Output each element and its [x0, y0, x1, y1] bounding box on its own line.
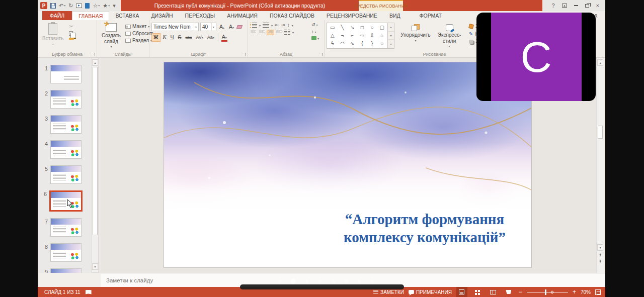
shape-icon[interactable]: {: [361, 41, 363, 46]
next-slide-button[interactable]: ▾▾: [597, 258, 603, 264]
main-scrollbar[interactable]: ▴ ▾ ▴▴ ▾▾: [596, 58, 604, 273]
align-left-button[interactable]: [250, 30, 257, 35]
shapes-scroll-down[interactable]: ▾: [388, 32, 394, 40]
favorite2-dropdown-icon[interactable]: ▾: [108, 4, 110, 7]
tab-insert[interactable]: ВСТАВКА: [109, 11, 145, 20]
slide-thumbnail-5[interactable]: [50, 165, 82, 184]
help-button[interactable]: ?: [551, 3, 554, 9]
tab-design[interactable]: ДИЗАЙН: [145, 11, 179, 20]
previous-slide-button[interactable]: ▴▴: [597, 252, 603, 258]
align-right-button[interactable]: [267, 30, 274, 35]
shape-icon[interactable]: △: [331, 33, 335, 38]
quick-styles-dropdown-icon[interactable]: ▾: [448, 45, 450, 48]
shape-icon[interactable]: }: [371, 41, 373, 46]
progress-dot[interactable]: [332, 280, 335, 283]
fit-to-window-button[interactable]: [595, 289, 601, 295]
shape-icon[interactable]: ⌂: [380, 33, 383, 38]
thumbnails-scrollbar[interactable]: ▴ ▾: [92, 58, 99, 273]
shape-icon[interactable]: ▭: [330, 25, 335, 30]
font-name-dropdown-icon[interactable]: ▾: [194, 23, 197, 31]
shape-icon[interactable]: ⇩: [370, 33, 374, 38]
zoom-level[interactable]: 70%: [581, 289, 591, 295]
restore-button[interactable]: [585, 4, 589, 8]
favorite-dropdown-icon[interactable]: ▾: [98, 4, 100, 7]
character-spacing-button[interactable]: AV▾: [194, 34, 204, 41]
thumbnails-scroll-up-button[interactable]: ▴: [92, 59, 98, 66]
tab-file[interactable]: ФАЙЛ: [42, 11, 72, 20]
drawing-tools-header[interactable]: СРЕДСТВА РИСОВАНИЯ: [359, 0, 403, 11]
underline-button[interactable]: Ч: [169, 34, 175, 41]
clipboard-dialog-launcher[interactable]: [92, 53, 95, 56]
paste-button[interactable]: Вставить ▾: [40, 22, 66, 51]
text-shadow-button[interactable]: abc: [184, 35, 194, 41]
change-case-button[interactable]: Aa▾: [206, 34, 216, 41]
favorite-filled-button[interactable]: ★▾: [103, 3, 110, 9]
progress-dot[interactable]: [371, 280, 374, 283]
shape-icon[interactable]: ⇨: [360, 33, 364, 38]
minimize-button[interactable]: [574, 5, 578, 6]
spellcheck-icon[interactable]: [86, 290, 92, 294]
zoom-slider[interactable]: [527, 292, 568, 292]
font-color-button[interactable]: А▾: [220, 33, 228, 42]
tab-animations[interactable]: АНИМАЦИЯ: [221, 11, 264, 20]
shape-icon[interactable]: ↘: [350, 25, 354, 30]
progress-dot[interactable]: [345, 280, 348, 283]
shapes-more-button[interactable]: ▾: [388, 40, 394, 48]
numbering-dropdown-icon[interactable]: ▾: [271, 24, 273, 27]
tab-slideshow[interactable]: ПОКАЗ СЛАЙДОВ: [264, 11, 320, 20]
shapes-gallery[interactable]: ▭╲↘□○▢△¬⌐⇨⇩⌂ϟ◠∿{}☆: [327, 23, 388, 49]
align-center-button[interactable]: [259, 30, 265, 35]
undo-dropdown-icon[interactable]: ▾: [64, 4, 65, 7]
normal-view-button[interactable]: [456, 287, 467, 297]
slide-thumbnail-7[interactable]: [50, 218, 82, 237]
slide-thumbnail-9[interactable]: [50, 268, 82, 273]
shape-icon[interactable]: □: [361, 25, 364, 30]
shape-icon[interactable]: ⌐: [351, 33, 354, 38]
new-slide-button[interactable]: Создать слайд ▾: [99, 22, 123, 51]
scroll-up-button[interactable]: ▴: [597, 59, 603, 66]
numbering-button[interactable]: [263, 23, 269, 28]
slide-thumbnail-6-selected[interactable]: [49, 190, 83, 212]
align-text-button[interactable]: ↕▾: [311, 29, 319, 34]
reading-view-button[interactable]: [488, 287, 499, 297]
format-painter-button[interactable]: [69, 38, 74, 40]
text-direction-button[interactable]: ↺▾: [311, 22, 319, 27]
start-slideshow-button[interactable]: [76, 4, 82, 8]
main-scrollbar-thumb[interactable]: [598, 126, 603, 139]
font-dialog-launcher[interactable]: [243, 53, 246, 56]
line-spacing-button[interactable]: ↕: [287, 23, 290, 28]
bullets-dropdown-icon[interactable]: ▾: [259, 24, 261, 27]
clear-formatting-button[interactable]: [236, 25, 243, 29]
font-size-dropdown-icon[interactable]: ▾: [211, 23, 214, 31]
arrange-dropdown-icon[interactable]: ▾: [415, 39, 416, 43]
redo-button[interactable]: ↻: [68, 3, 73, 9]
customize-qat-button[interactable]: ▾: [113, 3, 116, 9]
spacing-dropdown-icon[interactable]: ▾: [292, 24, 293, 27]
new-slide-dropdown-icon[interactable]: ▾: [111, 45, 112, 49]
slide-thumbnail-1[interactable]: [50, 65, 82, 83]
shape-icon[interactable]: ▢: [379, 25, 384, 30]
tab-home[interactable]: ГЛАВНАЯ: [72, 11, 109, 20]
quick-styles-button[interactable]: Экспресс-стили ▾: [434, 23, 465, 51]
bold-button[interactable]: Ж: [151, 33, 160, 42]
shape-icon[interactable]: ☆: [380, 41, 384, 46]
cut-button[interactable]: ✂: [69, 24, 74, 29]
ribbon-display-options-button[interactable]: [562, 4, 567, 8]
slideshow-view-button[interactable]: [503, 287, 514, 297]
slide-thumbnail-3[interactable]: [50, 115, 82, 134]
shrink-font-button[interactable]: А▾: [227, 23, 235, 31]
slide-sorter-view-button[interactable]: [472, 287, 483, 297]
scroll-down-button[interactable]: ▾: [597, 244, 603, 251]
favorite-button[interactable]: ☆▾: [93, 3, 100, 9]
comments-toggle-button[interactable]: ПРИМЕЧАНИЯ: [409, 289, 452, 295]
paste-dropdown-icon[interactable]: ▾: [52, 43, 54, 46]
zoom-in-button[interactable]: +: [573, 289, 576, 295]
shape-icon[interactable]: ϟ: [331, 41, 334, 46]
slide-thumbnail-2[interactable]: [50, 90, 82, 109]
tab-transitions[interactable]: ПЕРЕХОДЫ: [179, 11, 221, 20]
justify-button[interactable]: [276, 30, 282, 35]
shape-icon[interactable]: ¬: [341, 33, 344, 38]
font-name-combo[interactable]: Times New Rom ▾: [151, 23, 199, 31]
columns-dropdown-icon[interactable]: ▾: [292, 31, 294, 34]
progress-dot[interactable]: [305, 280, 309, 283]
